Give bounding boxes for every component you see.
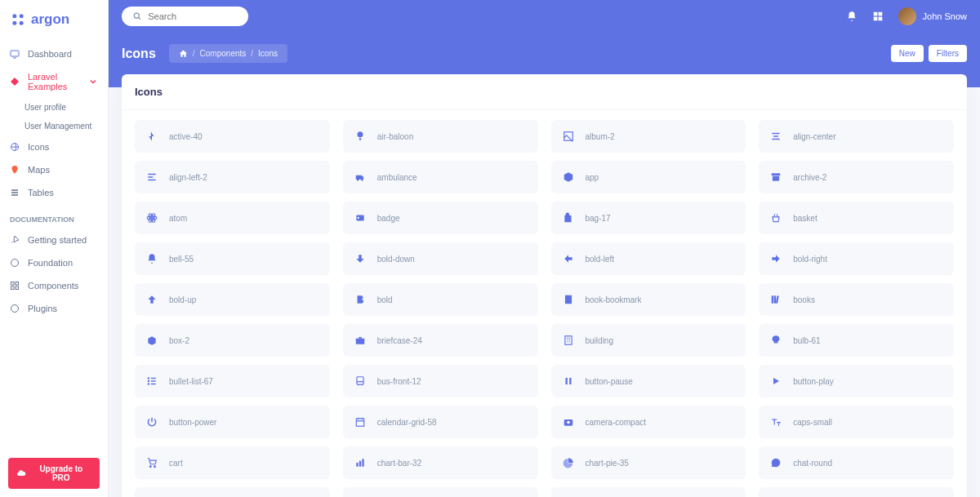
- svg-rect-30: [772, 295, 773, 303]
- svg-point-21: [361, 179, 363, 180]
- icon-cell-book-bookmark[interactable]: book-bookmark: [551, 283, 746, 316]
- sidebar-item-getting-started[interactable]: Getting started: [0, 229, 108, 251]
- icon-cell-bulb-61[interactable]: bulb-61: [759, 324, 954, 357]
- icon-cell-chart-pie-35[interactable]: chart-pie-35: [551, 446, 746, 479]
- icon-cell-circle-08[interactable]: circle-08: [343, 487, 538, 497]
- sidebar-item-dashboard[interactable]: Dashboard: [0, 42, 108, 65]
- icon-cell-books[interactable]: books: [759, 283, 954, 316]
- icon-cell-align-left-2[interactable]: align-left-2: [135, 161, 330, 193]
- home-icon[interactable]: [179, 49, 188, 58]
- nav-header-documentation: DOCUMENTATION: [0, 204, 108, 229]
- sidebar-item-icons[interactable]: Icons: [0, 135, 108, 158]
- icon-cell-bus-front-12[interactable]: bus-front-12: [343, 365, 538, 397]
- sidebar-item-maps[interactable]: Maps: [0, 158, 108, 181]
- sidebar-item-foundation[interactable]: Foundation: [0, 251, 108, 274]
- icon-cell-bold-left[interactable]: bold-left: [551, 242, 746, 275]
- icon-cell-album-2[interactable]: album-2: [551, 120, 746, 153]
- icon-cell-active-40[interactable]: active-40: [135, 120, 330, 153]
- svg-point-44: [149, 466, 151, 468]
- icon-cell-button-pause[interactable]: button-pause: [551, 365, 746, 397]
- icon-cell-cloud-download-95[interactable]: cloud-download-95: [551, 487, 746, 497]
- icon-cell-basket[interactable]: basket: [759, 202, 954, 234]
- icon-label: active-40: [169, 132, 203, 141]
- svg-rect-14: [878, 12, 882, 16]
- upgrade-button[interactable]: Upgrade to PRO: [8, 458, 100, 489]
- svg-rect-46: [356, 463, 358, 467]
- icon-cell-atom[interactable]: atom: [135, 202, 330, 234]
- bold-left-icon: [563, 253, 574, 264]
- icon-cell-bold-up[interactable]: bold-up: [135, 283, 330, 316]
- search-icon: [133, 11, 141, 21]
- bell-icon[interactable]: [846, 11, 858, 22]
- icon-cell-bag-17[interactable]: bag-17: [551, 202, 746, 234]
- icon-label: badge: [377, 214, 400, 223]
- icon-cell-chat-round[interactable]: chat-round: [759, 446, 954, 479]
- chat-round-icon: [770, 457, 782, 468]
- icon-cell-app[interactable]: app: [551, 161, 746, 193]
- nav-label: Plugins: [28, 304, 57, 313]
- icon-cell-bell-55[interactable]: bell-55: [135, 242, 330, 275]
- svg-rect-18: [359, 138, 361, 140]
- new-button[interactable]: New: [891, 45, 924, 62]
- breadcrumb-section[interactable]: Components: [200, 49, 247, 58]
- caps-small-icon: [770, 416, 782, 428]
- camera-compact-icon: [563, 416, 574, 428]
- icon-cell-caps-small[interactable]: caps-small: [759, 406, 954, 438]
- chevron-down-icon: [88, 77, 98, 87]
- nav-label: Icons: [28, 142, 49, 152]
- button-power-icon: [146, 416, 158, 428]
- icon-cell-box-2[interactable]: box-2: [135, 324, 330, 357]
- icon-cell-bold[interactable]: bold: [343, 283, 538, 316]
- apps-icon[interactable]: [872, 11, 884, 22]
- archive-2-icon: [770, 171, 782, 183]
- sidebar-sub-user-profile[interactable]: User profile: [0, 98, 108, 117]
- icon-cell-briefcase-24[interactable]: briefcase-24: [343, 324, 538, 357]
- icon-label: air-baloon: [377, 132, 413, 141]
- sidebar-sub-user-management[interactable]: User Management: [0, 117, 108, 135]
- icon-cell-bold-down[interactable]: bold-down: [343, 242, 538, 275]
- icon-cell-calendar-grid-58[interactable]: calendar-grid-58: [343, 406, 538, 438]
- icon-cell-cart[interactable]: cart: [135, 446, 330, 479]
- brand[interactable]: argon: [0, 0, 108, 39]
- sidebar-item-tables[interactable]: Tables: [0, 181, 108, 204]
- sidebar-item-plugins[interactable]: Plugins: [0, 297, 108, 320]
- basket-icon: [770, 212, 782, 224]
- tv-icon: [10, 49, 20, 59]
- svg-rect-32: [776, 295, 779, 304]
- plug-icon: [10, 304, 20, 313]
- icon-cell-check-bold[interactable]: check-bold: [135, 487, 330, 497]
- icon-cell-air-baloon[interactable]: air-baloon: [343, 120, 538, 153]
- icon-label: button-power: [169, 418, 216, 427]
- icon-cell-cloud-upload-96[interactable]: cloud-upload-96: [759, 487, 954, 497]
- sidebar-item-laravel[interactable]: Laravel Examples: [0, 65, 108, 98]
- icon-cell-button-power[interactable]: button-power: [135, 406, 330, 438]
- icon-label: bold-down: [377, 255, 415, 264]
- user-menu[interactable]: John Snow: [898, 7, 967, 25]
- icon-cell-badge[interactable]: badge: [343, 202, 538, 234]
- icon-label: atom: [169, 214, 187, 223]
- page-title: Icons: [122, 47, 156, 61]
- sidebar-item-components[interactable]: Components: [0, 274, 108, 297]
- icon-cell-chart-bar-32[interactable]: chart-bar-32: [343, 446, 538, 479]
- svg-rect-40: [569, 378, 571, 384]
- icon-label: building: [586, 336, 613, 345]
- icon-label: bag-17: [586, 214, 611, 223]
- filters-button[interactable]: Filters: [929, 45, 967, 62]
- icon-cell-building[interactable]: building: [551, 324, 746, 357]
- icon-cell-align-center[interactable]: align-center: [759, 120, 954, 153]
- atom-icon: [146, 212, 158, 224]
- search-input[interactable]: [148, 11, 237, 21]
- search-box[interactable]: [122, 7, 248, 26]
- svg-rect-41: [356, 419, 363, 426]
- icon-cell-bold-right[interactable]: bold-right: [759, 242, 954, 275]
- header-actions: New Filters: [891, 45, 967, 62]
- icon-cell-bullet-list-67[interactable]: bullet-list-67: [135, 365, 330, 397]
- icon-cell-ambulance[interactable]: ambulance: [343, 161, 538, 193]
- icons-card: Icons active-40air-baloonalbum-2align-ce…: [122, 74, 967, 497]
- books-icon: [770, 294, 782, 305]
- icon-cell-camera-compact[interactable]: camera-compact: [551, 406, 746, 438]
- topbar: John Snow: [109, 0, 980, 33]
- icon-cell-button-play[interactable]: button-play: [759, 365, 954, 397]
- breadcrumb-current: Icons: [258, 49, 278, 58]
- icon-cell-archive-2[interactable]: archive-2: [759, 161, 954, 193]
